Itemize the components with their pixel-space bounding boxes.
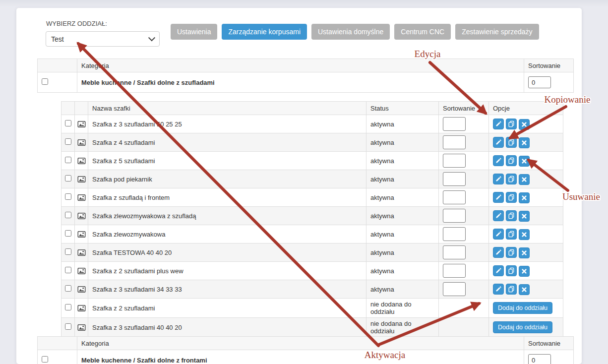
sorting-input[interactable] [443,154,466,168]
edit-icon [495,176,502,182]
sorting-input[interactable] [443,209,466,223]
category-checkbox[interactable] [42,356,48,363]
copy-button[interactable] [506,265,517,276]
copy-button[interactable] [506,210,517,221]
category-sorting-input[interactable] [528,76,551,88]
image-icon [77,212,86,220]
cabinet-name: Szafka z 3 szufladami 34 33 33 [88,280,366,299]
delete-button[interactable] [519,211,530,222]
row-checkbox[interactable] [65,323,71,330]
branch-select[interactable]: Test [46,31,160,47]
cabinet-status: aktywna [366,262,439,280]
edit-button[interactable] [493,137,504,148]
edit-button[interactable] [493,247,504,258]
row-checkbox[interactable] [65,157,71,163]
edit-button[interactable] [493,210,504,221]
edit-icon [495,267,502,274]
copy-button[interactable] [506,284,517,295]
copy-button[interactable] [506,229,517,240]
cabinet-status: nie dodana do oddziału [366,318,439,337]
copy-button[interactable] [506,192,517,203]
image-icon [77,286,86,293]
copy-button[interactable] [506,174,517,184]
sorting-input[interactable] [443,264,466,278]
delete-button[interactable] [519,174,530,185]
delete-button[interactable] [519,247,530,258]
copy-button[interactable] [506,155,517,166]
edit-button[interactable] [493,265,504,276]
cabinet-status: aktywna [366,243,439,262]
sorting-input[interactable] [443,245,466,259]
delete-button[interactable] [519,119,530,130]
category-name: Meble kuchenne / Szafki dolne z frontami [77,350,524,364]
cabinet-name: Szafka z 3 szufladami 40 40 20 [88,318,366,337]
cabinet-name: Szafka z szufladą i frontem [88,188,366,207]
add-to-branch-button[interactable]: Dodaj do oddziału [493,302,552,314]
copy-icon [508,121,515,127]
tab-zarządzanie-korpusami[interactable]: Zarządzanie korpusami [222,24,307,40]
delete-button[interactable] [519,229,530,240]
sorting-input[interactable] [443,190,466,204]
table-row: Szafka z 3 szufladami 40 40 20 nie dodan… [61,318,563,337]
add-to-branch-button[interactable]: Dodaj do oddziału [493,321,552,333]
row-checkbox[interactable] [65,193,71,200]
edit-button[interactable] [493,174,504,184]
tab-ustawienia-domyślne[interactable]: Ustawienia domyślne [311,24,390,40]
edit-icon [495,212,502,219]
table-row: Szafka z 3 szufladami 34 33 33 aktywna [61,280,563,299]
delete-icon [521,121,527,127]
delete-icon [521,140,527,146]
cabinet-status-header: Status [366,102,439,115]
sorting-input[interactable] [443,227,466,241]
sorting-input[interactable] [443,282,466,296]
cabinet-status: aktywna [366,207,439,225]
delete-button[interactable] [519,192,530,203]
copy-icon [508,176,515,182]
branch-select-label: WYBIERZ ODDZIAŁ: [46,20,107,27]
copy-button[interactable] [506,247,517,258]
copy-icon [508,194,515,201]
row-checkbox[interactable] [65,304,71,310]
row-checkbox[interactable] [65,138,71,145]
edit-button[interactable] [493,119,504,129]
delete-button[interactable] [519,266,530,277]
tab-centrum-cnc[interactable]: Centrum CNC [394,24,451,40]
copy-button[interactable] [506,137,517,148]
edit-button[interactable] [493,229,504,240]
sorting-input[interactable] [443,117,466,131]
cabinet-status: aktywna [366,225,439,243]
row-actions [493,232,532,239]
image-icon [77,304,86,312]
copy-icon [508,212,515,219]
row-checkbox[interactable] [65,175,71,182]
branch-select-value: Test [51,35,64,43]
sorting-input[interactable] [443,135,466,149]
delete-button[interactable] [519,137,530,148]
row-checkbox[interactable] [65,248,71,255]
row-checkbox[interactable] [65,267,71,273]
category-header: Kategoria [77,59,524,72]
row-checkbox[interactable] [65,212,71,218]
copy-button[interactable] [506,119,517,129]
row-checkbox[interactable] [65,230,71,237]
sorting-input[interactable] [443,172,466,186]
copy-icon [508,231,515,238]
edit-button[interactable] [493,192,504,203]
delete-button[interactable] [519,156,530,167]
cabinet-status: aktywna [366,152,439,170]
image-icon [77,176,86,183]
tab-ustawienia[interactable]: Ustawienia [171,24,217,40]
tab-zestawienie-sprzedaży[interactable]: Zestawienie sprzedaży [455,24,539,40]
category-sorting-input[interactable] [528,354,551,364]
delete-icon [521,268,527,274]
cabinet-name: Szafka zlewozmywakowa z szufladą [88,207,366,225]
edit-button[interactable] [493,155,504,166]
category-checkbox[interactable] [42,78,48,85]
edit-button[interactable] [493,284,504,295]
delete-button[interactable] [519,284,530,295]
row-checkbox[interactable] [65,285,71,292]
delete-icon [521,177,527,182]
row-checkbox[interactable] [65,120,71,126]
chevron-down-icon [148,34,155,41]
image-icon [77,157,86,165]
